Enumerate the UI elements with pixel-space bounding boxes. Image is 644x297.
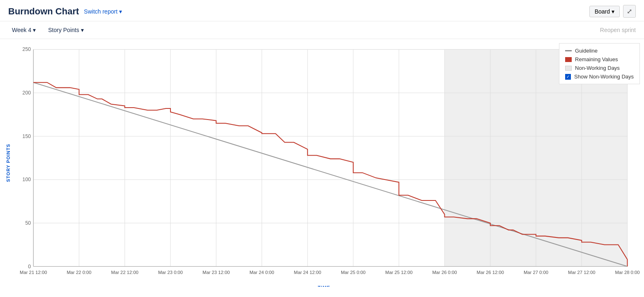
- svg-text:0: 0: [28, 264, 31, 269]
- svg-text:150: 150: [23, 134, 31, 139]
- legend-show-non-working[interactable]: Show Non-Working Days: [565, 74, 634, 80]
- show-non-working-checkbox[interactable]: [565, 74, 571, 80]
- svg-text:Mar 22 0:00: Mar 22 0:00: [67, 270, 91, 275]
- board-label: Board: [595, 8, 610, 15]
- chart-container: STORY POINTS 050100150200250Mar 21 12:00…: [4, 43, 636, 283]
- fullscreen-icon: ⤢: [627, 8, 632, 15]
- svg-text:Mar 22 12:00: Mar 22 12:00: [111, 270, 138, 275]
- switch-report-button[interactable]: Switch report ▾: [84, 8, 122, 15]
- toolbar: Week 4 ▾ Story Points ▾ Reopen sprint: [0, 21, 644, 39]
- chevron-down-icon: ▾: [81, 27, 84, 33]
- svg-text:250: 250: [23, 46, 31, 52]
- reopen-sprint-button[interactable]: Reopen sprint: [600, 27, 636, 33]
- non-working-color: [565, 66, 572, 71]
- week-dropdown[interactable]: Week 4 ▾: [8, 25, 39, 35]
- burndown-chart: 050100150200250Mar 21 12:00Mar 22 0:00Ma…: [12, 43, 636, 283]
- week-label: Week 4: [12, 27, 31, 33]
- svg-text:Mar 25 12:00: Mar 25 12:00: [385, 270, 412, 275]
- svg-text:100: 100: [23, 177, 31, 182]
- svg-text:50: 50: [25, 220, 31, 226]
- svg-text:Mar 25 0:00: Mar 25 0:00: [341, 270, 366, 275]
- x-axis-label: TIME: [12, 283, 636, 287]
- chevron-down-icon: ▾: [119, 8, 122, 15]
- story-points-dropdown[interactable]: Story Points ▾: [44, 25, 87, 35]
- chevron-down-icon: ▾: [33, 27, 36, 33]
- svg-text:Mar 26 12:00: Mar 26 12:00: [477, 270, 504, 275]
- header-left: Burndown Chart Switch report ▾: [8, 6, 122, 17]
- svg-text:Mar 27 0:00: Mar 27 0:00: [524, 270, 548, 275]
- fullscreen-button[interactable]: ⤢: [623, 5, 636, 18]
- remaining-color: [565, 57, 572, 62]
- show-non-working-label: Show Non-Working Days: [574, 74, 634, 80]
- legend-non-working: Non-Working Days: [565, 65, 634, 71]
- header-right: Board ▾ ⤢: [589, 5, 636, 18]
- svg-text:Mar 26 0:00: Mar 26 0:00: [432, 270, 457, 275]
- svg-text:Mar 28 0:00: Mar 28 0:00: [615, 270, 639, 275]
- page-title: Burndown Chart: [8, 6, 79, 17]
- svg-text:Mar 23 0:00: Mar 23 0:00: [158, 270, 183, 275]
- reopen-sprint-label: Reopen sprint: [600, 27, 636, 33]
- svg-text:Mar 27 12:00: Mar 27 12:00: [568, 270, 595, 275]
- svg-text:Mar 24 0:00: Mar 24 0:00: [249, 270, 274, 275]
- svg-text:Mar 24 12:00: Mar 24 12:00: [294, 270, 321, 275]
- toolbar-left: Week 4 ▾ Story Points ▾: [8, 25, 87, 35]
- guideline-color: [565, 50, 572, 51]
- chart-legend: Guideline Remaining Values Non-Working D…: [559, 43, 640, 84]
- svg-text:200: 200: [23, 90, 31, 96]
- story-points-label: Story Points: [48, 27, 79, 33]
- legend-remaining: Remaining Values: [565, 56, 634, 62]
- chart-inner: 050100150200250Mar 21 12:00Mar 22 0:00Ma…: [12, 43, 636, 283]
- chevron-down-icon: ▾: [612, 8, 614, 15]
- chart-area: STORY POINTS 050100150200250Mar 21 12:00…: [0, 39, 644, 287]
- svg-text:Mar 21 12:00: Mar 21 12:00: [20, 270, 47, 275]
- svg-text:Mar 23 12:00: Mar 23 12:00: [202, 270, 230, 275]
- switch-report-label: Switch report: [84, 8, 117, 15]
- y-axis-label: STORY POINTS: [4, 43, 12, 283]
- page-header: Burndown Chart Switch report ▾ Board ▾ ⤢: [0, 0, 644, 21]
- board-button[interactable]: Board ▾: [589, 6, 620, 17]
- remaining-label: Remaining Values: [575, 56, 618, 62]
- non-working-label: Non-Working Days: [575, 65, 620, 71]
- legend-guideline: Guideline: [565, 48, 634, 54]
- guideline-label: Guideline: [575, 48, 598, 54]
